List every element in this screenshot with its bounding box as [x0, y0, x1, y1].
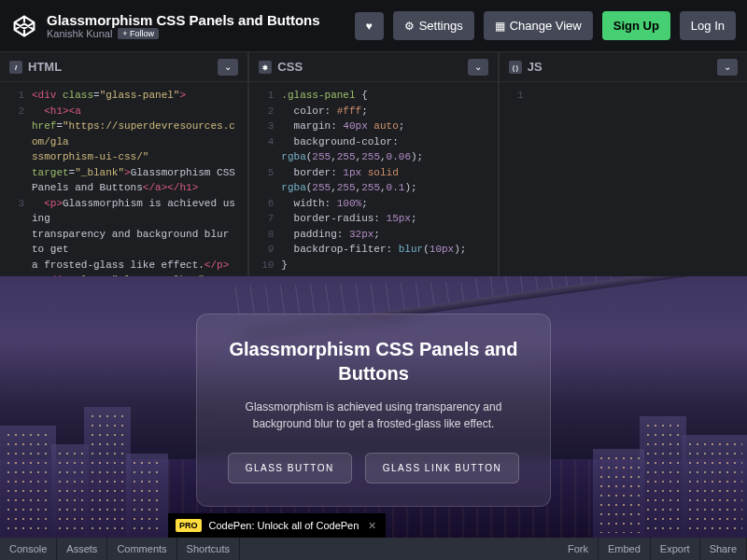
pane-title-html: HTML: [28, 60, 212, 74]
footer-share[interactable]: Share: [700, 538, 747, 560]
css-pane-header: ✱ CSS ⌄: [249, 52, 497, 82]
close-icon[interactable]: ✕: [359, 520, 386, 532]
pane-dropdown[interactable]: ⌄: [218, 59, 238, 76]
pro-badge: PRO: [176, 519, 202, 532]
signup-button[interactable]: Sign Up: [602, 11, 670, 40]
css-icon: ✱: [259, 61, 272, 74]
chevron-down-icon: ⌄: [724, 62, 731, 72]
preview-pane: Glassmorphism CSS Panels and Buttons Gla…: [0, 276, 747, 538]
footer-shortcuts[interactable]: Shortcuts: [177, 538, 240, 560]
css-editor[interactable]: 1.glass-panel {2 color: #fff;3 margin: 4…: [249, 82, 497, 276]
svg-text:( ): ( ): [513, 63, 518, 71]
chevron-down-icon: ⌄: [474, 62, 482, 72]
glass-link-button[interactable]: GLASS LINK BUTTON: [365, 453, 520, 483]
js-editor[interactable]: 1: [500, 82, 747, 276]
love-button[interactable]: ♥: [355, 12, 384, 40]
pane-dropdown[interactable]: ⌄: [468, 59, 488, 76]
glass-button[interactable]: GLASS BUTTON: [228, 453, 352, 483]
author-name[interactable]: Kanishk Kunal: [47, 28, 112, 39]
js-icon: ( ): [509, 61, 522, 74]
promo-text: CodePen: Unlock all of CodePen: [209, 520, 359, 531]
footer-assets[interactable]: Assets: [57, 538, 107, 560]
settings-button[interactable]: ⚙Settings: [393, 11, 474, 40]
preview-desc: Glassmorphism is achieved using transpar…: [223, 399, 524, 432]
pane-title-css: CSS: [277, 60, 461, 74]
chevron-down-icon: ⌄: [224, 62, 232, 72]
follow-button[interactable]: + Follow: [118, 28, 159, 39]
editor-row: / HTML ⌄ 1<div class="glass-panel">2 <h1…: [0, 52, 747, 276]
html-pane: / HTML ⌄ 1<div class="glass-panel">2 <h1…: [0, 52, 247, 276]
glass-toolbar: GLASS BUTTON GLASS LINK BUTTON: [223, 453, 524, 483]
login-button[interactable]: Log In: [680, 11, 736, 40]
footer-console[interactable]: Console: [0, 538, 57, 560]
footer: Console Assets Comments Shortcuts Fork E…: [0, 538, 747, 560]
footer-comments[interactable]: Comments: [107, 538, 176, 560]
footer-fork[interactable]: Fork: [558, 538, 599, 560]
css-pane: ✱ CSS ⌄ 1.glass-panel {2 color: #fff;3 m…: [249, 52, 497, 276]
change-view-button[interactable]: ▦Change View: [484, 11, 593, 40]
gear-icon: ⚙: [404, 20, 415, 33]
pane-dropdown[interactable]: ⌄: [717, 59, 738, 76]
layout-icon: ▦: [495, 20, 505, 33]
promo-banner[interactable]: PRO CodePen: Unlock all of CodePen ✕: [168, 513, 386, 538]
svg-text:✱: ✱: [262, 63, 268, 70]
html-pane-header: / HTML ⌄: [0, 52, 247, 82]
js-pane-header: ( ) JS ⌄: [500, 52, 747, 82]
title-block: Glassmorphism CSS Panels and Buttons Kan…: [47, 12, 345, 39]
preview-title[interactable]: Glassmorphism CSS Panels and Buttons: [223, 337, 524, 385]
js-pane: ( ) JS ⌄ 1: [500, 52, 747, 276]
codepen-logo-icon[interactable]: [11, 13, 37, 39]
html-icon: /: [9, 61, 22, 74]
heart-icon: ♥: [366, 20, 373, 33]
footer-embed[interactable]: Embed: [599, 538, 651, 560]
pen-meta: Kanishk Kunal + Follow: [47, 28, 345, 39]
pen-title: Glassmorphism CSS Panels and Buttons: [47, 12, 345, 28]
footer-export[interactable]: Export: [651, 538, 700, 560]
pane-title-js: JS: [528, 60, 712, 74]
glass-panel: Glassmorphism CSS Panels and Buttons Gla…: [196, 314, 551, 507]
html-editor[interactable]: 1<div class="glass-panel">2 <h1><ahref="…: [0, 82, 247, 276]
header: Glassmorphism CSS Panels and Buttons Kan…: [0, 0, 747, 52]
